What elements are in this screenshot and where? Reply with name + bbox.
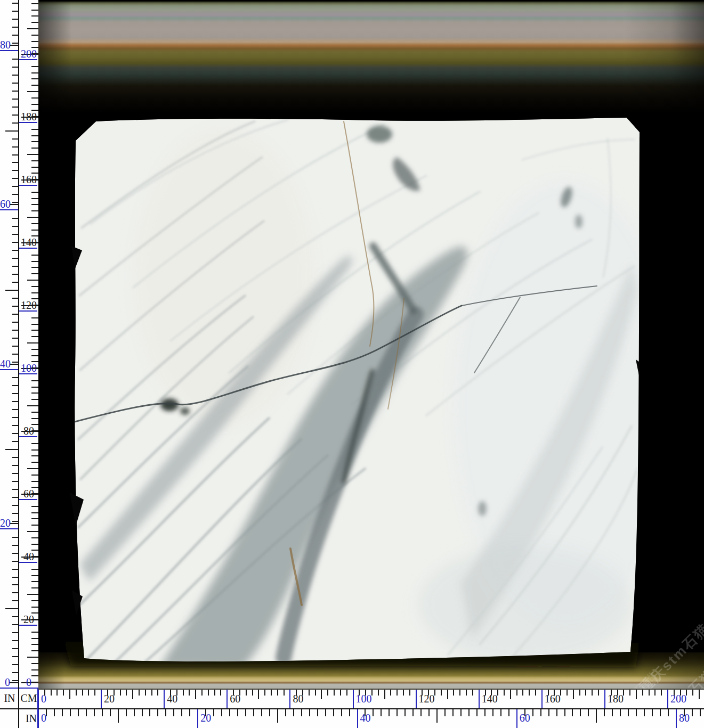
- ruler-minor-tick: [31, 518, 38, 519]
- ruler-minor-tick: [680, 690, 681, 696]
- ruler-minor-tick: [365, 709, 366, 716]
- ruler-medium-tick: [321, 690, 322, 699]
- ruler-minor-tick: [31, 487, 38, 488]
- ruler-minor-tick: [31, 47, 38, 48]
- ruler-minor-tick: [692, 690, 693, 696]
- ruler-minor-tick: [508, 709, 509, 716]
- ruler-minor-tick: [31, 525, 38, 526]
- ruler-medium-tick: [384, 690, 385, 699]
- ruler-minor-tick: [31, 261, 38, 262]
- ruler-minor-tick: [629, 690, 630, 696]
- ruler-major-line: [479, 690, 480, 709]
- ruler-medium-tick: [447, 690, 448, 699]
- ruler-major-line: [38, 709, 39, 728]
- ruler-minor-tick: [472, 690, 473, 696]
- ruler-minor-tick: [181, 709, 182, 716]
- ruler-minor-tick: [349, 709, 350, 716]
- ruler-minor-tick: [532, 709, 533, 716]
- ruler-minor-tick: [564, 709, 565, 716]
- vertical-cm-zero-line: [20, 688, 38, 689]
- ruler-minor-tick: [649, 690, 650, 696]
- ruler-minor-tick: [220, 690, 221, 696]
- ruler-minor-tick: [31, 380, 38, 381]
- ruler-minor-tick: [82, 690, 83, 696]
- ruler-minor-tick: [592, 690, 593, 696]
- ruler-minor-tick: [271, 690, 272, 696]
- ruler-minor-tick: [492, 709, 493, 716]
- ruler-minor-tick: [139, 690, 140, 696]
- ruler-minor-tick: [302, 690, 303, 696]
- ruler-minor-tick: [654, 690, 656, 696]
- ruler-major-line: [416, 690, 417, 709]
- ruler-label: 100: [356, 693, 372, 704]
- ruler-minor-tick: [452, 709, 454, 716]
- ruler-minor-tick: [428, 709, 430, 716]
- ruler-minor-tick: [548, 709, 549, 716]
- ruler-minor-tick: [378, 690, 379, 696]
- ruler-minor-tick: [31, 53, 38, 54]
- ruler-minor-tick: [31, 619, 38, 620]
- ruler-minor-tick: [31, 173, 38, 174]
- ruler-minor-tick: [580, 709, 581, 716]
- ruler-minor-tick: [31, 255, 38, 256]
- ruler-row-divider: [0, 708, 704, 709]
- marble-slab-image: [38, 0, 704, 689]
- ruler-medium-tick: [5, 290, 19, 291]
- ruler-minor-tick: [604, 709, 605, 716]
- ruler-minor-tick: [468, 709, 470, 716]
- ruler-medium-tick: [5, 130, 19, 132]
- ruler-minor-tick: [157, 690, 158, 696]
- ruler-medium-tick: [118, 709, 119, 723]
- ruler-major-line: [38, 690, 39, 709]
- ruler-major-line: [357, 709, 358, 728]
- ruler-minor-tick: [151, 690, 152, 696]
- ruler-minor-tick: [126, 709, 127, 716]
- ruler-minor-tick: [269, 709, 270, 716]
- vertical-inch-unit-label: IN: [0, 689, 19, 705]
- ruler-minor-tick: [253, 709, 254, 716]
- ruler-minor-tick: [94, 709, 95, 716]
- ruler-minor-tick: [233, 690, 234, 696]
- vertical-inch-ruler: 020406080: [0, 0, 19, 689]
- ruler-medium-tick: [258, 690, 259, 699]
- ruler-minor-tick: [31, 10, 38, 11]
- ruler-minor-tick: [214, 690, 215, 696]
- horizontal-zero-line: [37, 688, 38, 728]
- ruler-minor-tick: [31, 449, 38, 451]
- vertical-cm-unit-label: CM: [19, 689, 38, 705]
- ruler-major-line: [676, 709, 677, 728]
- ruler-minor-tick: [189, 709, 190, 716]
- ruler-minor-tick: [466, 690, 467, 696]
- ruler-minor-tick: [31, 367, 38, 369]
- ruler-minor-tick: [31, 443, 38, 444]
- ruler-minor-tick: [371, 690, 373, 696]
- ruler-medium-tick: [27, 657, 38, 658]
- ruler-minor-tick: [78, 709, 79, 716]
- ruler-minor-tick: [31, 600, 38, 601]
- ruler-minor-tick: [642, 690, 643, 696]
- ruler-minor-tick: [86, 709, 87, 716]
- ruler-medium-tick: [27, 531, 38, 532]
- ruler-minor-tick: [31, 556, 38, 557]
- ruler-minor-tick: [516, 690, 517, 696]
- ruler-minor-tick: [120, 690, 121, 696]
- ruler-minor-tick: [31, 418, 38, 419]
- ruler-minor-tick: [504, 690, 505, 696]
- ruler-minor-tick: [554, 690, 555, 696]
- ruler-minor-tick: [31, 179, 38, 180]
- ruler-minor-tick: [293, 709, 294, 716]
- ruler-minor-tick: [102, 709, 103, 716]
- ruler-medium-tick: [277, 709, 278, 723]
- ruler-label: 180: [608, 693, 624, 704]
- ruler-minor-tick: [346, 690, 347, 696]
- ruler-major-line: [197, 709, 198, 728]
- ruler-minor-tick: [170, 690, 171, 696]
- ruler-minor-tick: [644, 709, 645, 716]
- ruler-minor-tick: [31, 273, 38, 274]
- ruler-minor-tick: [409, 690, 410, 696]
- vertical-inch-unit-cell: IN: [0, 689, 19, 709]
- ruler-major-line: [516, 709, 517, 728]
- ruler-minor-tick: [301, 709, 302, 716]
- ruler-minor-tick: [441, 690, 442, 696]
- ruler-minor-tick: [434, 690, 435, 696]
